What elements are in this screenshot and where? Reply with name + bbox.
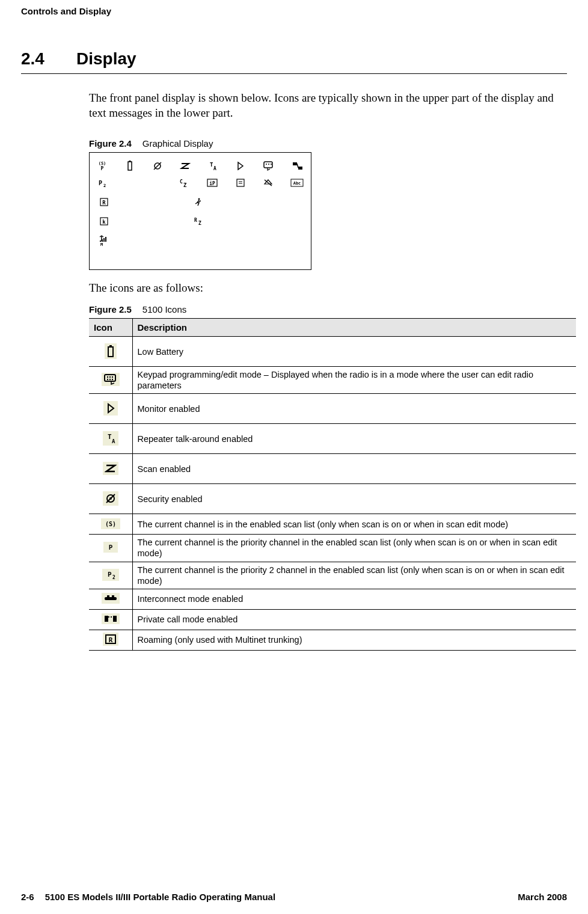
svg-text:k: k (102, 219, 106, 225)
display-icon-security (152, 161, 163, 171)
display-icon-page (235, 178, 246, 188)
table-row: Private call mode enabled (89, 609, 576, 630)
scanlist-icon: (S) (101, 518, 120, 529)
svg-text:2: 2 (112, 575, 115, 580)
svg-rect-2 (128, 162, 132, 170)
svg-text:2: 2 (103, 183, 106, 188)
interconnect-icon (102, 593, 120, 604)
section-heading: 2.4Display (21, 49, 567, 74)
display-icon-p2: P2 (97, 178, 108, 188)
desc-cell: Roaming (only used with Multinet trunkin… (132, 630, 576, 650)
figure-2-5-label: Figure 2.55100 Icons (89, 304, 567, 314)
figure-2-4-label: Figure 2.4Graphical Display (89, 138, 567, 149)
svg-rect-21 (237, 179, 244, 186)
desc-cell: Scan enabled (132, 454, 576, 484)
footer-page-number: 2-6 (21, 892, 34, 902)
col-header-icon: Icon (89, 319, 132, 337)
figure-2-5-caption: 5100 Icons (142, 304, 186, 314)
desc-cell: Repeater talk-around enabled (132, 424, 576, 454)
roaming-icon: R (103, 633, 118, 646)
display-icon-abc: Abc (290, 179, 304, 187)
table-row: Keypad programming/edit mode – Displayed… (89, 367, 576, 394)
table-row: TA Repeater talk-around enabled (89, 424, 576, 454)
display-icon-nosignal (263, 178, 274, 188)
svg-rect-41 (109, 345, 112, 347)
display-icon-talkaround: TA (207, 161, 218, 171)
svg-text:Z: Z (183, 182, 187, 188)
desc-cell: The current channel is in the enabled sc… (132, 514, 576, 535)
table-row: Scan enabled (89, 454, 576, 484)
display-icon-run (191, 197, 205, 207)
desc-cell: The current channel is the priority 2 ch… (132, 562, 576, 589)
svg-point-44 (109, 376, 111, 378)
svg-line-14 (297, 164, 298, 168)
display-icon-signal: M (97, 235, 111, 247)
table-row: P2 The current channel is the priority 2… (89, 562, 576, 589)
svg-rect-35 (100, 241, 101, 242)
privatecall-icon (102, 613, 120, 624)
svg-rect-60 (112, 595, 114, 598)
talkaround-icon: TA (103, 431, 118, 446)
svg-point-9 (266, 164, 267, 165)
display-icon-scanlist: (S)P (97, 161, 108, 171)
svg-point-10 (268, 164, 269, 165)
footer-date: March 2008 (518, 892, 567, 902)
svg-text:A: A (213, 166, 216, 171)
footer-title: 5100 ES Models II/III Portable Radio Ope… (45, 892, 518, 902)
svg-text:R: R (194, 218, 197, 223)
svg-rect-42 (105, 375, 115, 381)
priority-icon: P (103, 542, 118, 553)
desc-cell: Monitor enabled (132, 394, 576, 424)
desc-cell: Low Battery (132, 337, 576, 367)
svg-text:Z: Z (198, 221, 201, 225)
svg-rect-62 (113, 616, 117, 622)
desc-cell: Keypad programming/edit mode – Displayed… (132, 367, 576, 394)
svg-text:(S): (S) (99, 161, 106, 166)
icons-table: Icon Description Low Battery Keypad prog… (89, 318, 576, 651)
svg-text:A: A (112, 438, 115, 444)
table-row: Monitor enabled (89, 394, 576, 424)
svg-text:R: R (108, 636, 112, 644)
svg-text:T: T (108, 433, 112, 441)
table-row: Low Battery (89, 337, 576, 367)
svg-text:P: P (108, 571, 112, 578)
display-icon-battery (124, 160, 135, 172)
svg-text:Abc: Abc (293, 181, 301, 186)
svg-rect-13 (298, 167, 302, 170)
svg-rect-40 (108, 347, 113, 357)
graphical-display-figure: (S)P TA P2 CZ iP Abc R k RZ M (89, 152, 311, 270)
desc-cell: Private call mode enabled (132, 609, 576, 630)
col-header-desc: Description (132, 319, 576, 337)
svg-rect-61 (105, 616, 108, 622)
monitor-icon (103, 401, 118, 416)
figure-2-4-caption: Graphical Display (142, 138, 213, 149)
svg-point-11 (271, 164, 272, 165)
svg-text:P: P (101, 166, 104, 171)
svg-point-46 (107, 379, 108, 380)
page-footer: 2-6 5100 ES Models II/III Portable Radio… (21, 892, 567, 902)
security-icon (103, 491, 118, 506)
scan-icon (103, 462, 118, 475)
svg-text:P: P (108, 544, 112, 551)
desc-cell: The current channel is the priority chan… (132, 535, 576, 562)
display-icon-cz: CZ (179, 178, 189, 188)
svg-text:P: P (99, 180, 102, 186)
table-row: R Roaming (only used with Multinet trunk… (89, 630, 576, 650)
keypad-prog-icon (102, 373, 120, 386)
svg-line-5 (154, 162, 161, 170)
display-icon-monitor (235, 161, 246, 171)
svg-text:iP: iP (209, 180, 215, 186)
intro-paragraph: The front panel display is shown below. … (89, 91, 561, 120)
section-number: 2.4 (21, 49, 76, 69)
table-row: P The current channel is the priority ch… (89, 535, 576, 562)
svg-point-29 (198, 198, 200, 200)
display-icon-k: k (97, 216, 111, 226)
svg-point-47 (109, 379, 111, 380)
display-icon-ip: iP (206, 178, 218, 188)
svg-text:C: C (180, 179, 183, 185)
svg-text:R: R (102, 200, 106, 206)
svg-rect-3 (129, 161, 131, 162)
icons-intro: The icons are as follows: (89, 281, 561, 296)
display-icon-roaming: R (97, 197, 111, 207)
svg-rect-36 (102, 239, 103, 242)
